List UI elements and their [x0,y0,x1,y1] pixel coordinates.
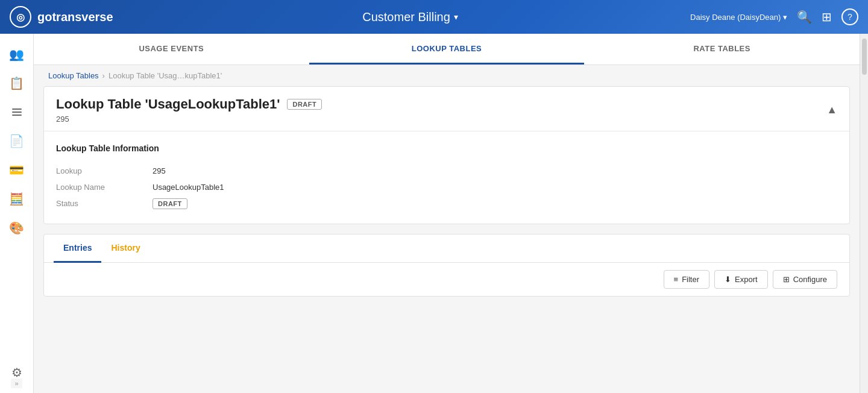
breadcrumb: Lookup Tables › Lookup Table 'Usag…kupTa… [34,65,860,86]
scrollbar-thumb[interactable] [862,39,867,75]
tab-entries[interactable]: Entries [54,234,101,263]
sidebar-item-calculator[interactable]: 🧮 [4,186,30,212]
info-label-lookup-name: Lookup Name [56,183,153,192]
tabs-bar: Entries History [44,234,849,263]
card-title-text: Lookup Table 'UsageLookupTable1' [56,96,280,112]
sidebar-item-documents[interactable]: 📋 [4,70,30,96]
nav-title: Customer Billing [362,10,450,24]
tab-rate-tables[interactable]: RATE TABLES [584,34,860,64]
logo-text: gotransverse [37,10,113,24]
search-icon[interactable]: 🔍 [797,10,812,24]
card-title-area: Lookup Table 'UsageLookupTable1' DRAFT 2… [56,96,322,124]
sub-navigation: USAGE EVENTS LOOKUP TABLES RATE TABLES [34,34,860,65]
info-value-status: DRAFT [153,199,187,208]
user-label[interactable]: Daisy Deane (DaisyDean) ▾ [690,13,787,22]
info-value-lookup-name: UsageLookupTable1 [153,183,224,192]
export-icon: ⬇ [725,275,731,284]
detail-card: Lookup Table 'UsageLookupTable1' DRAFT 2… [43,86,850,224]
collapse-button[interactable]: ▲ [826,104,837,116]
grid-icon[interactable]: ⊞ [822,10,832,24]
draft-badge: DRAFT [287,99,322,110]
breadcrumb-current: Lookup Table 'Usag…kupTable1' [108,71,222,80]
sidebar: 👥 📋 📄 💳 🧮 🎨 ⚙ » [0,34,34,393]
tabs-section: Entries History ≡ Filter ⬇ Export ⊞ Conf… [43,234,850,297]
tab-usage-events[interactable]: USAGE EVENTS [34,34,309,64]
info-section: Lookup Table Information Lookup 295 Look… [44,131,849,224]
main-content: USAGE EVENTS LOOKUP TABLES RATE TABLES L… [34,34,860,393]
tab-actions: ≡ Filter ⬇ Export ⊞ Configure [44,263,849,296]
card-id: 295 [56,115,322,124]
info-section-title: Lookup Table Information [56,143,837,153]
card-title: Lookup Table 'UsageLookupTable1' DRAFT [56,96,322,112]
scrollbar[interactable] [860,34,868,393]
help-icon[interactable]: ? [841,8,858,25]
page-title: Customer Billing ▾ [130,10,690,24]
logo-icon: ◎ [10,6,31,28]
info-label-status: Status [56,199,153,208]
configure-button[interactable]: ⊞ Configure [773,270,837,289]
info-label-lookup: Lookup [56,166,153,175]
sidebar-item-list[interactable] [4,99,30,125]
filter-icon: ≡ [674,275,679,284]
main-layout: 👥 📋 📄 💳 🧮 🎨 ⚙ » USAGE EVENTS LOOKUP TABL… [0,34,868,393]
top-navigation: ◎ gotransverse Customer Billing ▾ Daisy … [0,0,868,34]
card-header: Lookup Table 'UsageLookupTable1' DRAFT 2… [44,87,849,131]
sidebar-expand-button[interactable]: » [11,379,22,388]
right-nav: Daisy Deane (DaisyDean) ▾ 🔍 ⊞ ? [690,8,858,25]
export-button[interactable]: ⬇ Export [714,270,768,289]
configure-icon: ⊞ [783,275,790,284]
logo-area: ◎ gotransverse [10,6,130,28]
sidebar-item-users[interactable]: 👥 [4,41,30,68]
sidebar-item-billing[interactable]: 💳 [4,157,30,183]
status-badge: DRAFT [153,198,187,209]
svg-rect-2 [12,115,22,116]
info-value-lookup: 295 [153,166,166,175]
filter-button[interactable]: ≡ Filter [664,270,709,289]
info-row-status: Status DRAFT [56,195,837,212]
tab-history[interactable]: History [101,234,149,263]
breadcrumb-parent[interactable]: Lookup Tables [48,71,99,80]
tab-lookup-tables[interactable]: LOOKUP TABLES [309,34,585,64]
svg-rect-1 [12,112,22,113]
sidebar-item-palette[interactable]: 🎨 [4,215,30,241]
sidebar-item-invoice[interactable]: 📄 [4,128,30,154]
title-dropdown-icon[interactable]: ▾ [454,12,458,22]
info-row-lookup: Lookup 295 [56,163,837,179]
breadcrumb-separator: › [102,71,105,80]
info-row-lookup-name: Lookup Name UsageLookupTable1 [56,179,837,195]
svg-rect-0 [12,108,22,110]
